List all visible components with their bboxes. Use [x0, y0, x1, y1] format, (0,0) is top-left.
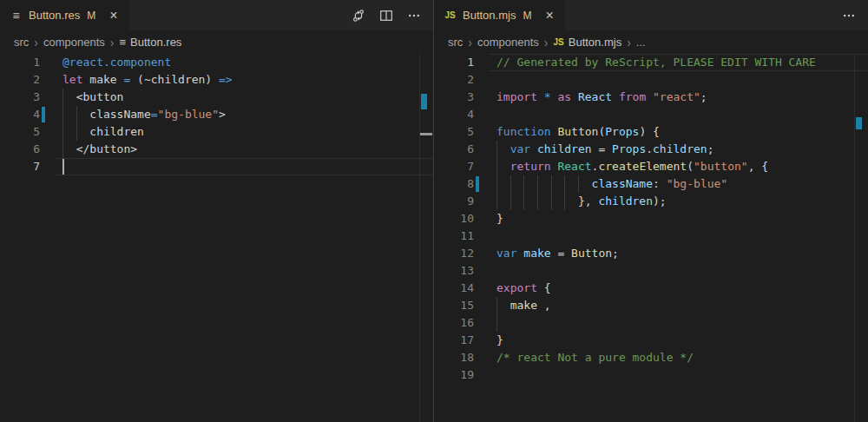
more-icon[interactable] [842, 9, 856, 23]
code-line-13[interactable]: 13 [434, 262, 868, 280]
line-number: 7 [434, 158, 474, 175]
breadcrumb-item-components[interactable]: components [43, 36, 105, 49]
chevron-right-icon: › [463, 36, 477, 49]
chevron-right-icon: › [105, 36, 120, 49]
code-text: } [474, 332, 868, 349]
code-text: export { [474, 280, 868, 297]
line-number: 17 [434, 332, 474, 349]
breadcrumb-item-file[interactable]: Button.res [130, 36, 181, 49]
tab-bar: ≡ Button.res M × [0, 0, 433, 30]
code-line-16[interactable]: 16 [434, 314, 868, 332]
code-line-19[interactable]: 19 [434, 366, 868, 384]
breadcrumb: src›components›JSButton.mjs›... [434, 30, 868, 54]
line-number: 9 [434, 193, 474, 210]
line-number: 5 [0, 123, 40, 141]
tab-label: Button.res [29, 9, 80, 22]
line-number: 13 [434, 262, 474, 280]
breadcrumb-item-src[interactable]: src [14, 36, 29, 49]
code-line-15[interactable]: 15 make , [434, 297, 868, 314]
code-text: <button [40, 89, 433, 106]
code-editor-button-mjs[interactable]: 1// Generated by ReScript, PLEASE EDIT W… [434, 54, 868, 422]
code-line-18[interactable]: 18/* react Not a pure module */ [434, 349, 868, 366]
file-icon: ≡ [10, 10, 23, 22]
breadcrumb-item-src[interactable]: src [448, 36, 463, 49]
line-number: 4 [434, 106, 474, 123]
code-line-11[interactable]: 11 [434, 227, 868, 245]
code-text [474, 71, 868, 89]
line-number: 12 [434, 245, 474, 262]
code-line-17[interactable]: 17} [434, 332, 868, 349]
breadcrumb-item-symbol[interactable]: ... [636, 36, 646, 49]
code-text: @react.component [40, 54, 433, 71]
code-text: import * as React from "react"; [474, 89, 868, 106]
code-text [474, 314, 868, 332]
code-text: } [474, 210, 868, 227]
open-changes-icon[interactable] [352, 9, 365, 23]
code-line-2[interactable]: 2let make = (~children) => [0, 71, 433, 89]
code-text: var make = Button; [474, 245, 868, 262]
code-text: className: "bg-blue" [474, 175, 868, 193]
code-line-7[interactable]: 7 return React.createElement("button", { [434, 158, 868, 175]
split-editor-icon[interactable] [379, 9, 393, 23]
more-icon[interactable] [407, 9, 421, 23]
line-number: 1 [0, 54, 40, 71]
tab-button-mjs[interactable]: JS Button.mjs M × [434, 0, 565, 30]
code-text: className="bg-blue"> [40, 106, 433, 123]
code-line-1[interactable]: 1@react.component [0, 54, 433, 71]
line-number: 18 [434, 349, 474, 366]
line-number: 14 [434, 280, 474, 297]
line-number: 1 [434, 54, 474, 71]
code-line-14[interactable]: 14export { [434, 280, 868, 297]
line-number: 4 [0, 106, 40, 123]
editor-actions [842, 0, 868, 30]
code-text: /* react Not a pure module */ [474, 349, 868, 366]
code-line-7[interactable]: 7 [0, 158, 433, 175]
code-line-6[interactable]: 6 </button> [0, 141, 433, 158]
code-text: let make = (~children) => [40, 71, 433, 89]
editor-pane-left: ≡ Button.res M × src›components›≡Button.… [0, 0, 434, 422]
line-number: 2 [434, 71, 474, 89]
js-icon: JS [554, 37, 564, 47]
line-number: 3 [0, 89, 40, 106]
editor-actions [352, 0, 433, 30]
text-cursor [62, 159, 64, 175]
tab-bar: JS Button.mjs M × [434, 0, 868, 30]
tab-button-res[interactable]: ≡ Button.res M × [0, 0, 129, 30]
close-icon[interactable]: × [542, 8, 556, 23]
code-line-4[interactable]: 4 [434, 106, 868, 123]
chevron-right-icon: › [621, 36, 636, 49]
code-line-1[interactable]: 1// Generated by ReScript, PLEASE EDIT W… [434, 54, 868, 71]
line-number: 11 [434, 227, 474, 245]
line-number: 6 [0, 141, 40, 158]
breadcrumb-item-file[interactable]: Button.mjs [569, 36, 621, 49]
line-number: 16 [434, 314, 474, 332]
chevron-right-icon: › [539, 36, 554, 49]
code-line-3[interactable]: 3import * as React from "react"; [434, 89, 868, 106]
code-text: return React.createElement("button", { [474, 158, 868, 175]
code-line-5[interactable]: 5function Button(Props) { [434, 123, 868, 141]
code-line-4[interactable]: 4 className="bg-blue"> [0, 106, 433, 123]
code-text: var children = Props.children; [474, 141, 868, 158]
code-line-12[interactable]: 12var make = Button; [434, 245, 868, 262]
code-line-5[interactable]: 5 children [0, 123, 433, 141]
line-number: 15 [434, 297, 474, 314]
code-text [474, 106, 868, 123]
file-icon: ≡ [120, 36, 127, 49]
line-number: 8 [434, 175, 474, 193]
code-line-3[interactable]: 3 <button [0, 89, 433, 106]
code-line-8[interactable]: 8 className: "bg-blue" [434, 175, 868, 193]
code-line-6[interactable]: 6 var children = Props.children; [434, 141, 868, 158]
close-icon[interactable]: × [107, 8, 120, 23]
vscode-editor-group: ≡ Button.res M × src›components›≡Button.… [0, 0, 868, 422]
code-text: </button> [40, 141, 433, 158]
code-line-2[interactable]: 2 [434, 71, 868, 89]
code-text: make , [474, 297, 868, 314]
modified-badge: M [523, 10, 531, 22]
code-text [474, 262, 868, 280]
line-number: 7 [0, 158, 40, 175]
code-line-10[interactable]: 10} [434, 210, 868, 227]
breadcrumb-item-components[interactable]: components [477, 36, 539, 49]
line-number: 10 [434, 210, 474, 227]
code-editor-button-res[interactable]: 1@react.component2let make = (~children)… [0, 54, 433, 422]
code-line-9[interactable]: 9 }, children); [434, 193, 868, 210]
